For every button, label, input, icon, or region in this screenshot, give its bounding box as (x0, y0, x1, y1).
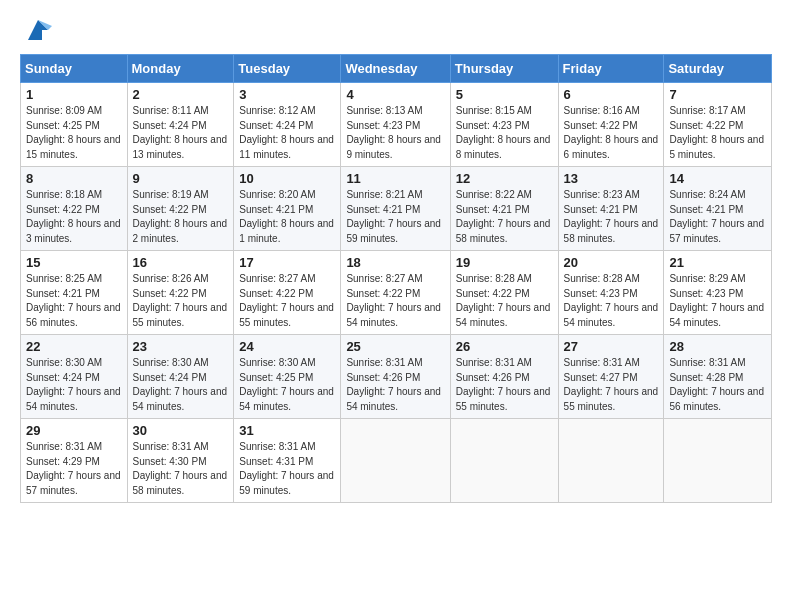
calendar-cell: 5Sunrise: 8:15 AMSunset: 4:23 PMDaylight… (450, 83, 558, 167)
calendar-cell: 4Sunrise: 8:13 AMSunset: 4:23 PMDaylight… (341, 83, 450, 167)
week-row-3: 15Sunrise: 8:25 AMSunset: 4:21 PMDayligh… (21, 251, 772, 335)
calendar-cell: 15Sunrise: 8:25 AMSunset: 4:21 PMDayligh… (21, 251, 128, 335)
day-info: Sunrise: 8:30 AMSunset: 4:24 PMDaylight:… (133, 356, 229, 414)
calendar-cell: 29Sunrise: 8:31 AMSunset: 4:29 PMDayligh… (21, 419, 128, 503)
calendar-table: SundayMondayTuesdayWednesdayThursdayFrid… (20, 54, 772, 503)
day-number: 1 (26, 87, 122, 102)
day-number: 28 (669, 339, 766, 354)
day-number: 11 (346, 171, 444, 186)
calendar-cell: 23Sunrise: 8:30 AMSunset: 4:24 PMDayligh… (127, 335, 234, 419)
day-number: 10 (239, 171, 335, 186)
calendar-cell: 20Sunrise: 8:28 AMSunset: 4:23 PMDayligh… (558, 251, 664, 335)
logo-icon (24, 16, 52, 44)
day-number: 2 (133, 87, 229, 102)
day-number: 14 (669, 171, 766, 186)
day-number: 12 (456, 171, 553, 186)
week-row-1: 1Sunrise: 8:09 AMSunset: 4:25 PMDaylight… (21, 83, 772, 167)
day-number: 24 (239, 339, 335, 354)
logo (20, 16, 52, 44)
day-number: 26 (456, 339, 553, 354)
calendar-cell: 16Sunrise: 8:26 AMSunset: 4:22 PMDayligh… (127, 251, 234, 335)
day-info: Sunrise: 8:11 AMSunset: 4:24 PMDaylight:… (133, 104, 229, 162)
calendar-cell: 27Sunrise: 8:31 AMSunset: 4:27 PMDayligh… (558, 335, 664, 419)
day-info: Sunrise: 8:23 AMSunset: 4:21 PMDaylight:… (564, 188, 659, 246)
day-number: 21 (669, 255, 766, 270)
day-info: Sunrise: 8:31 AMSunset: 4:31 PMDaylight:… (239, 440, 335, 498)
day-number: 5 (456, 87, 553, 102)
day-info: Sunrise: 8:27 AMSunset: 4:22 PMDaylight:… (239, 272, 335, 330)
day-info: Sunrise: 8:20 AMSunset: 4:21 PMDaylight:… (239, 188, 335, 246)
day-info: Sunrise: 8:29 AMSunset: 4:23 PMDaylight:… (669, 272, 766, 330)
day-info: Sunrise: 8:17 AMSunset: 4:22 PMDaylight:… (669, 104, 766, 162)
day-info: Sunrise: 8:28 AMSunset: 4:23 PMDaylight:… (564, 272, 659, 330)
calendar-cell (664, 419, 772, 503)
calendar-cell: 21Sunrise: 8:29 AMSunset: 4:23 PMDayligh… (664, 251, 772, 335)
day-number: 22 (26, 339, 122, 354)
day-info: Sunrise: 8:12 AMSunset: 4:24 PMDaylight:… (239, 104, 335, 162)
day-number: 27 (564, 339, 659, 354)
day-info: Sunrise: 8:31 AMSunset: 4:29 PMDaylight:… (26, 440, 122, 498)
calendar-cell: 19Sunrise: 8:28 AMSunset: 4:22 PMDayligh… (450, 251, 558, 335)
day-number: 16 (133, 255, 229, 270)
page: SundayMondayTuesdayWednesdayThursdayFrid… (0, 0, 792, 612)
day-info: Sunrise: 8:22 AMSunset: 4:21 PMDaylight:… (456, 188, 553, 246)
calendar-cell: 25Sunrise: 8:31 AMSunset: 4:26 PMDayligh… (341, 335, 450, 419)
day-info: Sunrise: 8:26 AMSunset: 4:22 PMDaylight:… (133, 272, 229, 330)
day-number: 20 (564, 255, 659, 270)
calendar-cell: 9Sunrise: 8:19 AMSunset: 4:22 PMDaylight… (127, 167, 234, 251)
day-number: 25 (346, 339, 444, 354)
calendar-cell: 28Sunrise: 8:31 AMSunset: 4:28 PMDayligh… (664, 335, 772, 419)
day-number: 31 (239, 423, 335, 438)
day-number: 30 (133, 423, 229, 438)
day-info: Sunrise: 8:31 AMSunset: 4:27 PMDaylight:… (564, 356, 659, 414)
day-info: Sunrise: 8:31 AMSunset: 4:30 PMDaylight:… (133, 440, 229, 498)
day-number: 9 (133, 171, 229, 186)
day-number: 17 (239, 255, 335, 270)
day-info: Sunrise: 8:16 AMSunset: 4:22 PMDaylight:… (564, 104, 659, 162)
day-info: Sunrise: 8:30 AMSunset: 4:24 PMDaylight:… (26, 356, 122, 414)
calendar-cell: 10Sunrise: 8:20 AMSunset: 4:21 PMDayligh… (234, 167, 341, 251)
day-info: Sunrise: 8:13 AMSunset: 4:23 PMDaylight:… (346, 104, 444, 162)
calendar-cell: 17Sunrise: 8:27 AMSunset: 4:22 PMDayligh… (234, 251, 341, 335)
calendar-cell: 24Sunrise: 8:30 AMSunset: 4:25 PMDayligh… (234, 335, 341, 419)
calendar-cell: 3Sunrise: 8:12 AMSunset: 4:24 PMDaylight… (234, 83, 341, 167)
calendar-cell: 31Sunrise: 8:31 AMSunset: 4:31 PMDayligh… (234, 419, 341, 503)
calendar-cell: 14Sunrise: 8:24 AMSunset: 4:21 PMDayligh… (664, 167, 772, 251)
calendar-cell: 6Sunrise: 8:16 AMSunset: 4:22 PMDaylight… (558, 83, 664, 167)
day-number: 4 (346, 87, 444, 102)
day-number: 6 (564, 87, 659, 102)
calendar-cell: 22Sunrise: 8:30 AMSunset: 4:24 PMDayligh… (21, 335, 128, 419)
week-row-5: 29Sunrise: 8:31 AMSunset: 4:29 PMDayligh… (21, 419, 772, 503)
day-info: Sunrise: 8:31 AMSunset: 4:26 PMDaylight:… (456, 356, 553, 414)
calendar-cell: 11Sunrise: 8:21 AMSunset: 4:21 PMDayligh… (341, 167, 450, 251)
calendar-cell: 8Sunrise: 8:18 AMSunset: 4:22 PMDaylight… (21, 167, 128, 251)
calendar-cell (341, 419, 450, 503)
day-number: 7 (669, 87, 766, 102)
day-info: Sunrise: 8:28 AMSunset: 4:22 PMDaylight:… (456, 272, 553, 330)
day-info: Sunrise: 8:30 AMSunset: 4:25 PMDaylight:… (239, 356, 335, 414)
day-number: 8 (26, 171, 122, 186)
header-day-monday: Monday (127, 55, 234, 83)
calendar-cell: 26Sunrise: 8:31 AMSunset: 4:26 PMDayligh… (450, 335, 558, 419)
calendar-cell: 1Sunrise: 8:09 AMSunset: 4:25 PMDaylight… (21, 83, 128, 167)
calendar-cell (558, 419, 664, 503)
day-info: Sunrise: 8:31 AMSunset: 4:28 PMDaylight:… (669, 356, 766, 414)
day-number: 18 (346, 255, 444, 270)
header-row: SundayMondayTuesdayWednesdayThursdayFrid… (21, 55, 772, 83)
day-info: Sunrise: 8:31 AMSunset: 4:26 PMDaylight:… (346, 356, 444, 414)
calendar-cell: 7Sunrise: 8:17 AMSunset: 4:22 PMDaylight… (664, 83, 772, 167)
header-day-wednesday: Wednesday (341, 55, 450, 83)
day-info: Sunrise: 8:19 AMSunset: 4:22 PMDaylight:… (133, 188, 229, 246)
header (20, 16, 772, 44)
header-day-thursday: Thursday (450, 55, 558, 83)
day-info: Sunrise: 8:27 AMSunset: 4:22 PMDaylight:… (346, 272, 444, 330)
calendar-cell: 30Sunrise: 8:31 AMSunset: 4:30 PMDayligh… (127, 419, 234, 503)
calendar-cell: 2Sunrise: 8:11 AMSunset: 4:24 PMDaylight… (127, 83, 234, 167)
calendar-cell: 13Sunrise: 8:23 AMSunset: 4:21 PMDayligh… (558, 167, 664, 251)
week-row-2: 8Sunrise: 8:18 AMSunset: 4:22 PMDaylight… (21, 167, 772, 251)
day-info: Sunrise: 8:18 AMSunset: 4:22 PMDaylight:… (26, 188, 122, 246)
header-day-friday: Friday (558, 55, 664, 83)
day-number: 13 (564, 171, 659, 186)
calendar-cell (450, 419, 558, 503)
day-number: 23 (133, 339, 229, 354)
